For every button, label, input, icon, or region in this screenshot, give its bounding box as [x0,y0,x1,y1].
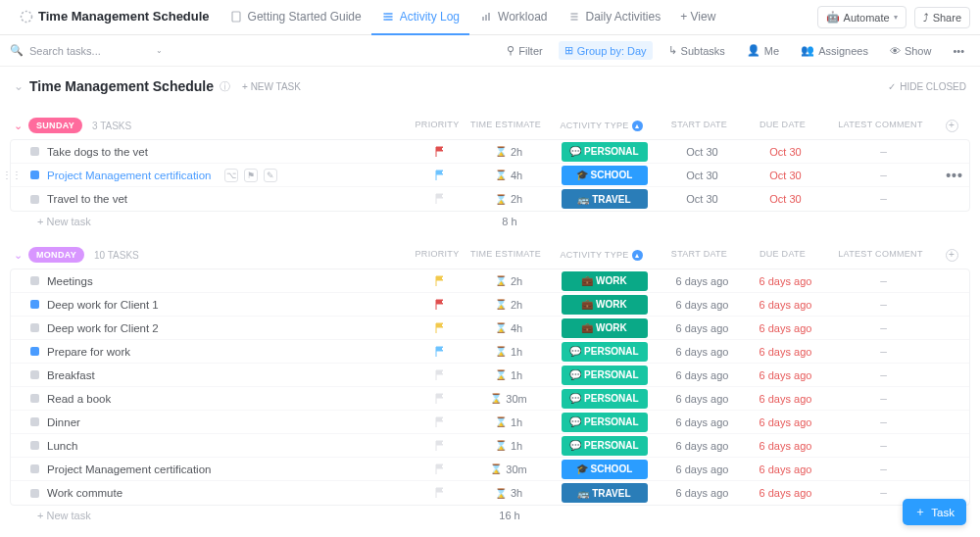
time-estimate-cell[interactable]: ⌛2h [469,146,548,158]
me-button[interactable]: 👤Me [741,41,785,60]
status-square[interactable] [30,417,39,426]
comment-cell[interactable]: – [827,345,940,359]
start-date-cell[interactable]: 6 days ago [661,416,744,428]
day-pill[interactable]: SUNDAY [28,118,82,133]
status-square[interactable] [30,347,39,356]
comment-cell[interactable]: – [827,439,940,453]
comment-cell[interactable]: – [827,169,940,182]
task-row[interactable]: Lunch ⌛1h 💬 PERSONAL 6 days ago 6 days a… [11,434,969,458]
tab-activity-log[interactable]: Activity Log [371,0,469,35]
tab-getting-started[interactable]: Getting Started Guide [220,0,371,35]
add-column[interactable]: + [937,249,966,262]
status-square[interactable] [30,276,39,285]
priority-cell[interactable] [411,170,469,181]
col-start-date[interactable]: START DATE [658,249,741,262]
task-name[interactable]: Deep work for Client 1 [47,299,159,311]
activity-cell[interactable]: 💬 PERSONAL [548,142,661,162]
start-date-cell[interactable]: 6 days ago [661,393,744,405]
collapse-icon[interactable]: ⌄ [14,79,24,93]
priority-cell[interactable] [411,487,469,499]
task-row[interactable]: Project Management certification ⌛30m 🎓 … [11,458,969,481]
comment-cell[interactable]: – [827,463,940,476]
due-date-cell[interactable]: 6 days ago [744,369,827,381]
activity-cell[interactable]: 🎓 SCHOOL [548,166,661,185]
subtask-icon[interactable]: ⌥ [224,169,238,182]
filter-button[interactable]: ⚲Filter [501,41,548,60]
subtasks-button[interactable]: ↳Subtasks [662,41,731,60]
due-date-cell[interactable]: 6 days ago [744,322,827,334]
add-column[interactable]: + [937,120,966,132]
start-date-cell[interactable]: Oct 30 [661,170,744,181]
start-date-cell[interactable]: 6 days ago [661,440,744,452]
chevron-down-icon[interactable]: ⌄ [156,46,163,55]
time-estimate-cell[interactable]: ⌛4h [469,170,548,181]
task-name[interactable]: Meetings [47,275,93,287]
new-task-inline[interactable]: + New task [37,510,91,521]
task-name[interactable]: Read a book [47,393,111,405]
comment-cell[interactable]: – [827,486,940,500]
activity-cell[interactable]: 💬 PERSONAL [548,413,661,432]
status-square[interactable] [30,464,39,473]
comment-cell[interactable]: – [827,274,940,288]
search-input-wrap[interactable]: 🔍 Search tasks... ⌄ [10,44,501,57]
priority-cell[interactable] [411,146,469,158]
col-time-estimate[interactable]: TIME ESTIMATE [466,120,545,132]
start-date-cell[interactable]: 6 days ago [661,346,744,358]
start-date-cell[interactable]: 6 days ago [661,464,744,475]
status-square[interactable] [30,370,39,379]
priority-cell[interactable] [411,464,469,475]
tab-workload[interactable]: Workload [469,0,557,35]
due-date-cell[interactable]: 6 days ago [744,416,827,428]
time-estimate-cell[interactable]: ⌛1h [469,369,548,381]
task-row[interactable]: Deep work for Client 2 ⌛4h 💼 WORK 6 days… [11,317,969,340]
task-row[interactable]: Prepare for work ⌛1h 💬 PERSONAL 6 days a… [11,340,969,364]
status-square[interactable] [30,489,39,498]
start-date-cell[interactable]: 6 days ago [661,299,744,311]
col-activity-type[interactable]: ACTIVITY TYPE▴ [545,249,658,262]
workspace-title-tab[interactable]: Time Management Schedule [10,0,220,35]
due-date-cell[interactable]: 6 days ago [744,487,827,499]
start-date-cell[interactable]: 6 days ago [661,369,744,381]
task-row[interactable]: Breakfast ⌛1h 💬 PERSONAL 6 days ago 6 da… [11,364,969,387]
start-date-cell[interactable]: Oct 30 [661,146,744,158]
new-task-header[interactable]: + NEW TASK [242,81,301,92]
time-estimate-cell[interactable]: ⌛1h [469,346,548,358]
task-name[interactable]: Prepare for work [47,346,130,358]
activity-cell[interactable]: 💼 WORK [548,295,661,315]
activity-cell[interactable]: 💼 WORK [548,318,661,338]
priority-cell[interactable] [411,322,469,334]
due-date-cell[interactable]: 6 days ago [744,275,827,287]
time-estimate-cell[interactable]: ⌛30m [469,393,548,405]
comment-cell[interactable]: – [827,368,940,382]
time-estimate-cell[interactable]: ⌛30m [469,464,548,475]
tag-icon[interactable]: ⚑ [244,169,258,182]
activity-cell[interactable]: 🎓 SCHOOL [548,460,661,479]
time-estimate-cell[interactable]: ⌛1h [469,440,548,452]
col-due-date[interactable]: DUE DATE [741,249,824,262]
col-activity-type[interactable]: ACTIVITY TYPE▴ [545,120,658,132]
status-square[interactable] [30,394,39,403]
col-priority[interactable]: PRIORITY [408,120,466,132]
info-icon[interactable]: ⓘ [220,79,230,94]
comment-cell[interactable]: – [827,392,940,406]
task-name[interactable]: Lunch [47,440,77,452]
due-date-cell[interactable]: 6 days ago [744,299,827,311]
col-latest-comment[interactable]: LATEST COMMENT [824,249,937,262]
priority-cell[interactable] [411,440,469,452]
task-name[interactable]: Breakfast [47,369,95,381]
collapse-group-icon[interactable]: ⌄ [14,249,23,262]
priority-cell[interactable] [411,299,469,311]
col-due-date[interactable]: DUE DATE [741,120,824,132]
task-name[interactable]: Dinner [47,416,80,428]
comment-cell[interactable]: – [827,321,940,335]
due-date-cell[interactable]: 6 days ago [744,464,827,475]
task-row[interactable]: Dinner ⌛1h 💬 PERSONAL 6 days ago 6 days … [11,411,969,434]
task-row[interactable]: Work commute ⌛3h 🚌 TRAVEL 6 days ago 6 d… [11,481,969,505]
task-name[interactable]: Work commute [47,487,122,499]
show-button[interactable]: 👁Show [884,42,938,60]
tab-daily-activities[interactable]: Daily Activities [558,0,671,35]
start-date-cell[interactable]: 6 days ago [661,322,744,334]
task-name[interactable]: Take dogs to the vet [47,146,148,158]
groupby-button[interactable]: ⊞Group by: Day [559,41,653,60]
comment-cell[interactable]: – [827,192,940,206]
